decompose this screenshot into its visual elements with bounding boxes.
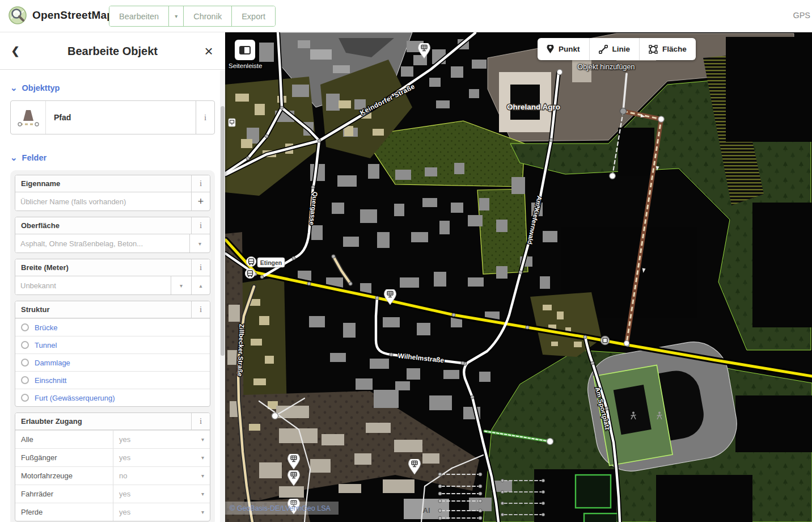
chevron-down-icon: ⌄	[10, 85, 18, 91]
poi-small-icon	[229, 119, 235, 127]
farm-label: Ohreland Agro	[507, 103, 560, 111]
add-area-label: Fläche	[662, 45, 687, 53]
close-icon[interactable]: ×	[200, 41, 217, 61]
field-structure: Struktur i Brücke Tunnel Dammlage	[15, 301, 210, 407]
info-button[interactable]: i	[191, 301, 210, 318]
edit-button-group: Bearbeiten ▾ Chronik Export	[109, 6, 276, 27]
access-row-all: Alle yes▾	[15, 430, 210, 448]
brand-name: OpenStreetMap	[32, 9, 113, 22]
preset-card[interactable]: Pfad i	[10, 100, 215, 134]
info-button[interactable]: i	[191, 259, 210, 276]
access-row-label: Pferde	[15, 503, 113, 521]
point-icon	[547, 45, 554, 54]
chevron-down-icon: ▾	[201, 491, 204, 497]
chevron-down-icon: ▾	[201, 509, 204, 515]
access-row-label: Fußgänger	[15, 449, 113, 466]
width-input[interactable]	[15, 276, 171, 294]
section-fields[interactable]: ⌄ Felder	[10, 153, 215, 162]
scrollbar-thumb[interactable]	[221, 106, 225, 356]
access-row-label: Motorfahrzeuge	[15, 467, 113, 485]
chevron-down-icon: ▾	[201, 473, 204, 479]
osm-logo-icon	[8, 6, 27, 25]
access-value: yes	[119, 453, 130, 462]
add-line-label: Linie	[612, 45, 631, 53]
history-button[interactable]: Chronik	[184, 6, 231, 26]
field-surface: Oberfläche i ▾	[15, 217, 210, 253]
access-motor-select[interactable]: no▾	[113, 467, 210, 485]
chevron-down-icon: ▾	[201, 454, 204, 461]
sidebar-scroll-area: ⌄ Objekttyp Pfad i ⌄ Felder	[0, 70, 225, 522]
map-attribution: © GeoBasis-DE/LVermGeo LSA	[225, 502, 339, 515]
access-value: no	[119, 472, 127, 480]
access-row-horse: Pferde yes▾	[15, 503, 210, 521]
map-canvas[interactable]: Keindorfer Straße Quergasse Zillbecker S…	[225, 32, 812, 522]
edit-button[interactable]: Bearbeiten	[109, 6, 168, 26]
back-icon[interactable]: ❮	[7, 41, 24, 61]
edit-dropdown-caret[interactable]: ▾	[169, 6, 183, 26]
add-area-button[interactable]: Fläche	[640, 38, 696, 60]
sidebar-header: ❮ Bearbeite Objekt ×	[0, 32, 225, 70]
building-label: Al	[423, 506, 430, 515]
preset-info-button[interactable]: i	[196, 101, 214, 134]
chevron-down-icon[interactable]: ▾	[171, 276, 191, 294]
chevron-down-icon[interactable]: ▾	[189, 234, 210, 252]
page-title: Bearbeite Objekt	[0, 32, 225, 70]
structure-option-ford[interactable]: Furt (Gewässerquerung)	[15, 389, 210, 406]
radio-icon	[21, 394, 29, 402]
access-row-foot: Fußgänger yes▾	[15, 448, 210, 466]
access-bicycle-select[interactable]: yes▾	[113, 485, 210, 503]
field-access: Erlaubter Zugang i Alle yes▾ Fußgänger y…	[15, 412, 210, 521]
field-width: Breite (Meter) i ▾ ▴	[15, 259, 210, 295]
tagged-vertex-node	[601, 336, 610, 345]
section-feature-type[interactable]: ⌄ Objekttyp	[10, 83, 215, 92]
add-feature-toolbar: Punkt Linie Fläche	[538, 38, 696, 60]
access-horse-select[interactable]: yes▾	[113, 503, 210, 521]
info-button[interactable]: i	[191, 175, 210, 192]
structure-option-cutting[interactable]: Einschnitt	[15, 371, 210, 389]
sidebar-icon	[239, 46, 251, 54]
sidebar-toggle-button[interactable]	[235, 40, 255, 60]
area-icon	[649, 45, 658, 54]
bus-stop-icon	[246, 256, 256, 266]
field-access-label: Erlaubter Zugang	[15, 413, 191, 430]
export-button[interactable]: Export	[232, 6, 275, 26]
place-label-etingen: Etingen	[257, 258, 285, 267]
radio-icon	[21, 359, 29, 367]
structure-option-tunnel[interactable]: Tunnel	[15, 336, 210, 353]
svg-text:Etingen: Etingen	[260, 259, 282, 266]
add-point-label: Punkt	[559, 45, 580, 53]
surface-combo-input[interactable]	[15, 234, 189, 252]
path-preset-icon	[11, 101, 46, 134]
toolbar-caption: Objekt hinzufügen	[538, 63, 675, 71]
chevron-up-icon[interactable]: ▴	[191, 276, 210, 294]
field-structure-label: Struktur	[15, 301, 191, 318]
option-label: Dammlage	[35, 359, 70, 367]
structure-option-bridge[interactable]: Brücke	[15, 318, 210, 336]
osm-brand[interactable]: OpenStreetMap	[8, 6, 113, 25]
access-row-label: Alle	[15, 431, 113, 448]
section-feature-type-label: Objekttyp	[22, 83, 60, 92]
access-row-label: Fahrräder	[15, 485, 113, 503]
field-name-label: Eigenname	[15, 175, 191, 192]
radio-icon	[21, 341, 29, 349]
name-input[interactable]	[15, 192, 191, 211]
sidebar-toggle-label: Seitenleiste	[229, 62, 262, 69]
structure-option-embankment[interactable]: Dammlage	[15, 353, 210, 371]
info-button[interactable]: i	[191, 413, 210, 430]
access-row-bicycle: Fahrräder yes▾	[15, 485, 210, 503]
access-foot-select[interactable]: yes▾	[113, 449, 210, 466]
field-surface-label: Oberfläche	[15, 217, 191, 234]
add-line-button[interactable]: Linie	[590, 38, 640, 60]
gps-traces-link[interactable]: GPS	[793, 11, 810, 20]
access-value: yes	[119, 435, 130, 444]
preset-name: Pfad	[46, 101, 196, 134]
info-button[interactable]: i	[191, 217, 210, 234]
section-fields-label: Felder	[22, 153, 47, 162]
field-name: Eigenname i +	[15, 175, 210, 211]
radio-icon	[21, 376, 29, 384]
add-name-button[interactable]: +	[191, 192, 210, 211]
option-label: Tunnel	[35, 341, 57, 350]
add-point-button[interactable]: Punkt	[538, 38, 589, 60]
way-start-node	[620, 108, 626, 114]
access-all-select[interactable]: yes▾	[113, 431, 210, 448]
